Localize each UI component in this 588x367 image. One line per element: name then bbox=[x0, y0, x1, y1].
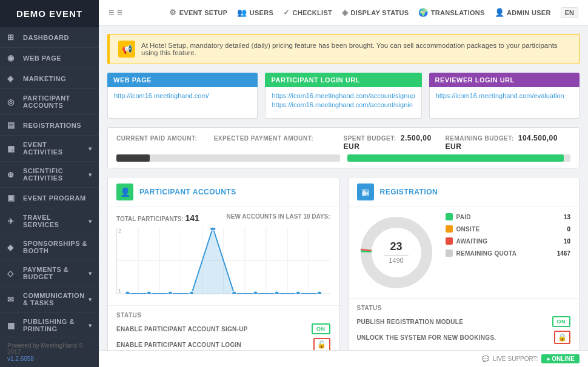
legend-onsite: ONSITE 0 bbox=[446, 225, 571, 233]
sidebar-item-scientific-activities[interactable]: ⊕ SCIENTIFIC ACTIVITIES ▾ bbox=[0, 162, 99, 188]
participant-panel-icon: 👤 bbox=[116, 183, 133, 200]
panels-row: 👤 PARTICIPANT ACCOUNTS TOTAL PARTICIPANT… bbox=[107, 177, 580, 350]
expected-payment-label: EXPECTED PAYMENT AMOUNT: bbox=[214, 135, 313, 142]
admin-user-action[interactable]: 👤 ADMIN USER bbox=[495, 8, 551, 17]
svg-point-13 bbox=[125, 291, 130, 294]
participant-panel-body: TOTAL PARTICIPANTS: 141 NEW ACCOUNTS IN … bbox=[108, 207, 339, 305]
url-signup[interactable]: https://icom16.meetinghand.com/account/s… bbox=[272, 92, 415, 99]
registration-panel-title: REGISTRATION bbox=[380, 188, 438, 196]
sponsorship-icon: ◆ bbox=[7, 243, 18, 252]
sidebar-item-marketing[interactable]: ◈ MARKETING bbox=[0, 68, 99, 89]
legend-awaiting: AWAITING 10 bbox=[446, 237, 571, 245]
svg-point-17 bbox=[210, 228, 216, 231]
chevron-icon: ▾ bbox=[89, 171, 92, 178]
users-icon: 👥 bbox=[237, 8, 247, 17]
chevron-icon: ▾ bbox=[89, 322, 92, 329]
admin-icon: 👤 bbox=[495, 8, 504, 17]
budget-section: CURRENT PAID AMOUNT: EXPECTED PAYMENT AM… bbox=[107, 127, 580, 168]
svg-point-21 bbox=[296, 291, 301, 294]
url-web[interactable]: http://icom16.meetinghand.com/ bbox=[114, 92, 251, 99]
participant-status-title: STATUS bbox=[116, 312, 330, 319]
sidebar: DEMO EVENT ⊞ DASHBOARD ◉ WEB PAGE ◈ MARK… bbox=[0, 0, 99, 367]
registrations-icon: ▤ bbox=[7, 121, 18, 130]
sidebar-item-sponsorships[interactable]: ◆ SPONSORSHIPS & BOOTH bbox=[0, 234, 99, 260]
communication-icon: ✉ bbox=[7, 295, 18, 304]
online-badge: ● ONLINE bbox=[541, 354, 580, 363]
y-label-1: 1 bbox=[118, 288, 121, 294]
sidebar-item-communication[interactable]: ✉ COMMUNICATION & TASKS ▾ bbox=[0, 286, 99, 312]
left-budget-bar bbox=[116, 154, 340, 162]
sidebar-nav: ⊞ DASHBOARD ◉ WEB PAGE ◈ MARKETING ◎ PAR… bbox=[0, 27, 99, 337]
remaining-color bbox=[446, 250, 453, 257]
chevron-icon: ▾ bbox=[89, 296, 92, 303]
chevron-icon: ▾ bbox=[89, 218, 92, 225]
hamburger-icon[interactable]: ≡ ≡ bbox=[109, 7, 122, 18]
event-setup-icon: ⚙ bbox=[169, 8, 176, 17]
payment-icon: ◇ bbox=[7, 269, 18, 278]
sidebar-item-event-activities[interactable]: ▦ EVENT ACTIVITIES ▾ bbox=[0, 136, 99, 162]
users-action[interactable]: 👥 USERS bbox=[237, 8, 273, 17]
sidebar-title: DEMO EVENT bbox=[7, 8, 92, 19]
sidebar-item-participant-accounts[interactable]: ◎ PARTICIPANT ACCOUNTS bbox=[0, 89, 99, 115]
alert-banner: 📢 At Hotel Setup, mandatory detailed (da… bbox=[107, 34, 580, 64]
url-evaluation[interactable]: https://icom16.meetinghand.com/evaluatio… bbox=[436, 92, 573, 99]
topbar-actions: ⚙ EVENT SETUP 👥 USERS ✓ CHECKLIST ◈ DISP… bbox=[169, 7, 578, 18]
url-card-header-web: WEB PAGE bbox=[107, 73, 258, 87]
sidebar-item-payments[interactable]: ◇ PAYMENTS & BUDGET ▾ bbox=[0, 260, 99, 286]
status-row-login: ENABLE PARTICIPANT ACCOUNT LOGIN 🔓 bbox=[116, 338, 330, 350]
display-status-icon: ◈ bbox=[342, 8, 348, 17]
unlock-badge: 🔒 bbox=[554, 331, 571, 344]
url-cards-row: WEB PAGE http://icom16.meetinghand.com/ … bbox=[107, 73, 580, 119]
live-support-icon: 💬 bbox=[482, 355, 489, 362]
dashboard-icon: ⊞ bbox=[7, 33, 18, 42]
chevron-icon: ▾ bbox=[89, 145, 92, 152]
checklist-action[interactable]: ✓ CHECKLIST bbox=[283, 8, 332, 17]
legend-paid: PAID 13 bbox=[446, 213, 571, 220]
event-setup-action[interactable]: ⚙ EVENT SETUP bbox=[169, 8, 227, 17]
status-row-signup: ENABLE PARTICIPANT ACCOUNT SIGN-UP ON bbox=[116, 323, 330, 334]
language-selector[interactable]: EN bbox=[561, 7, 578, 18]
chart-meta: TOTAL PARTICIPANTS: 141 NEW ACCOUNTS IN … bbox=[116, 213, 330, 223]
event-activities-icon: ▦ bbox=[7, 144, 18, 153]
participant-panel-header: 👤 PARTICIPANT ACCOUNTS bbox=[108, 177, 339, 207]
content-area: 📢 At Hotel Setup, mandatory detailed (da… bbox=[99, 25, 588, 350]
translations-icon: 🌍 bbox=[418, 8, 428, 17]
budget-right: SPENT BUDGET: 2.500,00 EUR REMAINING BUD… bbox=[344, 134, 571, 151]
remaining-budget-label: REMAINING BUDGET: 104.500,00 EUR bbox=[446, 134, 570, 151]
sidebar-item-web-page[interactable]: ◉ WEB PAGE bbox=[0, 48, 99, 68]
display-status-action[interactable]: ◈ DISPLAY STATUS bbox=[342, 8, 409, 17]
sidebar-item-dashboard[interactable]: ⊞ DASHBOARD bbox=[0, 27, 99, 48]
sidebar-item-publishing[interactable]: ▩ PUBLISHING & PRINTING ▾ bbox=[0, 312, 99, 337]
paid-color bbox=[446, 213, 453, 220]
svg-point-14 bbox=[147, 291, 152, 294]
svg-point-15 bbox=[168, 291, 173, 294]
publishing-icon: ▩ bbox=[7, 321, 18, 330]
y-label-2: 2 bbox=[118, 228, 121, 234]
onsite-color bbox=[446, 225, 453, 233]
budget-left: CURRENT PAID AMOUNT: EXPECTED PAYMENT AM… bbox=[116, 134, 344, 151]
url-card-reviewer: REVIEWER LOGIN URL https://icom16.meetin… bbox=[429, 73, 580, 119]
spent-budget-label: SPENT BUDGET: 2.500,00 EUR bbox=[344, 134, 446, 151]
signup-badge: ON bbox=[312, 323, 330, 334]
url-card-body-participant: https://icom16.meetinghand.com/account/s… bbox=[265, 87, 421, 119]
status-row-publish: PUBLISH REGISTRATION MODULE ON bbox=[357, 316, 571, 327]
translations-action[interactable]: 🌍 TRANSLATIONS bbox=[418, 8, 484, 17]
chart-area: 2 1 bbox=[116, 228, 330, 294]
version-link[interactable]: v1.2.6058 bbox=[7, 355, 34, 362]
right-budget-bar bbox=[347, 154, 571, 162]
url-card-web-page: WEB PAGE http://icom16.meetinghand.com/ bbox=[107, 73, 258, 119]
checklist-icon: ✓ bbox=[283, 8, 290, 17]
main-area: ≡ ≡ ⚙ EVENT SETUP 👥 USERS ✓ CHECKLIST ◈ … bbox=[99, 0, 588, 367]
sidebar-item-travel-services[interactable]: ✈ TRAVEL SERVICES ▾ bbox=[0, 208, 99, 234]
registration-body: 23 1490 PAID 13 bbox=[349, 207, 580, 298]
sidebar-item-event-program[interactable]: ▣ EVENT PROGRAM bbox=[0, 188, 99, 208]
registration-legend: PAID 13 ONSITE 0 bbox=[446, 213, 571, 262]
url-signin[interactable]: https://icom16.meetinghand.com/account/s… bbox=[272, 101, 415, 108]
live-support: 💬 LIVE SUPPORT: ● ONLINE bbox=[482, 354, 580, 363]
registration-panel-header: ▦ REGISTRATION bbox=[349, 177, 580, 207]
scientific-icon: ⊕ bbox=[7, 170, 18, 179]
sidebar-item-registrations[interactable]: ▤ REGISTRATIONS bbox=[0, 115, 99, 136]
budget-bars bbox=[116, 154, 570, 162]
registration-panel-icon: ▦ bbox=[357, 183, 374, 200]
sidebar-footer: Powered by MeetingHand © 2017 v1.2.6058 bbox=[0, 337, 99, 367]
